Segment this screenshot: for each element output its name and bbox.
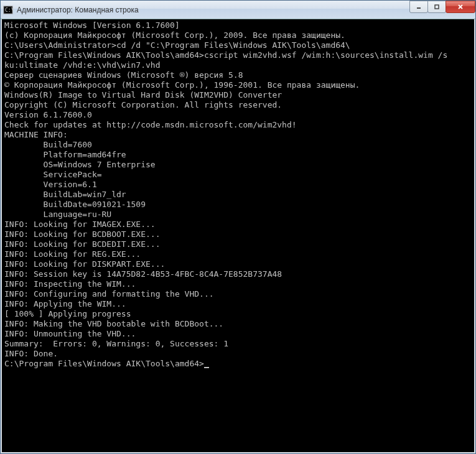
terminal-line: Build=7600	[4, 140, 472, 150]
terminal-line: INFO: Making the VHD bootable with BCDBo…	[4, 319, 472, 329]
terminal-line: INFO: Looking for DISKPART.EXE...	[4, 259, 472, 269]
terminal-line: INFO: Looking for BCDBOOT.EXE...	[4, 229, 472, 239]
terminal-line: Summary: Errors: 0, Warnings: 0, Success…	[4, 339, 472, 349]
terminal-line: BuildDate=091021-1509	[4, 200, 472, 210]
svg-rect-3	[435, 5, 439, 9]
terminal-line: ku:ultimate /vhd:e:\vhd\win7.vhd	[4, 60, 472, 70]
titlebar[interactable]: C:\ Администратор: Командная строка	[1, 1, 475, 19]
terminal-output[interactable]: Microsoft Windows [Version 6.1.7600](c) …	[1, 19, 475, 453]
cmd-icon: C:\	[3, 5, 13, 15]
terminal-line: BuildLab=win7_ldr	[4, 190, 472, 200]
terminal-line: INFO: Looking for REG.EXE...	[4, 249, 472, 259]
close-button[interactable]	[446, 1, 475, 13]
terminal-line: © Корпорация Майкрософт (Microsoft Corp.…	[4, 80, 472, 90]
terminal-line: C:\Program Files\Windows AIK\Tools\amd64…	[4, 359, 472, 369]
minimize-button[interactable]	[409, 1, 428, 13]
terminal-line: Platform=amd64fre	[4, 150, 472, 160]
window-title: Администратор: Командная строка	[17, 6, 473, 14]
terminal-line: Version=6.1	[4, 180, 472, 190]
terminal-line: INFO: Applying the WIM...	[4, 299, 472, 309]
terminal-line: MACHINE INFO:	[4, 130, 472, 140]
terminal-line: Language=ru-RU	[4, 210, 472, 220]
terminal-line: Microsoft Windows [Version 6.1.7600]	[4, 21, 472, 30]
terminal-line: C:\Program Files\Windows AIK\Tools\amd64…	[4, 50, 472, 60]
terminal-line: Windows(R) Image to Virtual Hard Disk (W…	[4, 90, 472, 100]
terminal-line: INFO: Looking for BCDEDIT.EXE...	[4, 239, 472, 249]
svg-text:C:\: C:\	[5, 7, 13, 13]
terminal-line: OS=Windows 7 Enterprise	[4, 160, 472, 170]
terminal-line: ServicePack=	[4, 170, 472, 180]
terminal-line: INFO: Looking for IMAGEX.EXE...	[4, 220, 472, 229]
terminal-line: INFO: Session key is 14A75D82-4B53-4FBC-…	[4, 269, 472, 279]
terminal-line: INFO: Done.	[4, 349, 472, 359]
terminal-line: INFO: Unmounting the VHD...	[4, 329, 472, 339]
terminal-line: Copyright (C) Microsoft Corporation. All…	[4, 100, 472, 110]
terminal-line: INFO: Configuring and formatting the VHD…	[4, 289, 472, 299]
terminal-line: [ 100% ] Applying progress	[4, 309, 472, 319]
maximize-button[interactable]	[427, 1, 446, 13]
terminal-line: C:\Users\Administrator>cd /d "C:\Program…	[4, 40, 472, 50]
terminal-line: Version 6.1.7600.0	[4, 110, 472, 120]
command-prompt-window: C:\ Администратор: Командная строка Micr…	[0, 0, 476, 454]
window-controls	[410, 1, 475, 13]
terminal-line: (c) Корпорация Майкрософт (Microsoft Cor…	[4, 30, 472, 40]
terminal-line: Сервер сценариев Windows (Microsoft ®) в…	[4, 70, 472, 80]
terminal-line: Check for updates at http://code.msdn.mi…	[4, 120, 472, 130]
terminal-line: INFO: Inspecting the WIM...	[4, 279, 472, 289]
cursor	[204, 367, 209, 368]
